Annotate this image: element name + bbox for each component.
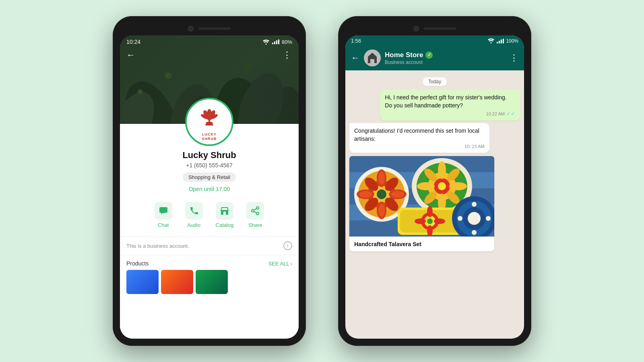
- chat-label: Chat: [158, 222, 169, 228]
- svg-rect-29: [371, 59, 374, 63]
- product-card-image: [349, 156, 494, 237]
- svg-point-58: [438, 161, 446, 179]
- catalog-icon: [216, 202, 233, 220]
- logo-inner: LUCKYSHRUB: [195, 103, 223, 141]
- profile-hero: 10:24: [120, 35, 299, 124]
- biz-account-text: This is a business account.: [126, 243, 189, 249]
- verified-icon: ✓: [425, 51, 433, 59]
- svg-point-80: [472, 230, 477, 235]
- svg-point-82: [486, 216, 491, 221]
- profile-nav: ← ⋮: [120, 50, 299, 60]
- svg-point-60: [417, 182, 435, 190]
- date-divider: Today: [349, 78, 520, 85]
- signal-icon-left: [272, 39, 279, 44]
- status-bar-left: 10:24: [120, 35, 299, 48]
- svg-line-25: [254, 208, 257, 210]
- svg-point-57: [438, 182, 446, 190]
- wifi-icon-left: [262, 39, 270, 45]
- svg-point-72: [427, 225, 433, 237]
- more-icon-left[interactable]: ⋮: [283, 50, 292, 60]
- signal-icon-right: [497, 39, 504, 43]
- svg-point-73: [415, 218, 426, 224]
- speaker-right: [424, 27, 456, 30]
- date-chip: Today: [423, 77, 447, 86]
- svg-point-27: [491, 42, 492, 43]
- contact-name-text: Home Store: [385, 51, 423, 59]
- biz-phone: +1 (650) 555-4567: [186, 162, 233, 169]
- store-svg: [220, 206, 229, 215]
- status-bar-right: 1:56 100%: [345, 35, 524, 46]
- phone-right: 1:56 100%: [338, 16, 531, 346]
- more-icon-right[interactable]: ⋮: [510, 53, 518, 63]
- product-thumb-3[interactable]: [196, 270, 228, 294]
- svg-point-61: [449, 182, 467, 190]
- home-store-avatar-svg: [364, 49, 381, 66]
- time-right: 1:56: [351, 38, 361, 44]
- share-svg: [251, 206, 260, 215]
- camera-left: [188, 26, 194, 31]
- biz-name: Lucky Shrub: [182, 150, 236, 160]
- product-card-label: Handcrafted Talavera Set: [349, 237, 494, 251]
- share-icon: [246, 202, 264, 220]
- battery-left: 80%: [282, 39, 292, 45]
- phone-top-bar-right: [345, 23, 524, 35]
- action-audio[interactable]: Audio: [185, 202, 203, 228]
- product-thumbnails: [120, 270, 299, 294]
- svg-point-78: [468, 212, 481, 225]
- msg-received-1: Congratulations! I'd recommend this set …: [349, 123, 489, 153]
- speaker-left: [198, 27, 231, 30]
- info-icon[interactable]: i: [283, 241, 292, 250]
- products-label: Products: [126, 260, 149, 267]
- screen-right: 1:56 100%: [345, 35, 524, 339]
- chat-avatar: [364, 49, 381, 66]
- products-row: Products SEE ALL ›: [120, 255, 299, 270]
- svg-line-26: [254, 211, 257, 213]
- profile-avatar-container: LUCKYSHRUB: [185, 98, 233, 146]
- svg-point-46: [359, 191, 372, 197]
- svg-point-9: [245, 64, 253, 72]
- status-icons-left: 80%: [262, 39, 292, 45]
- svg-point-22: [256, 207, 259, 209]
- svg-point-44: [378, 204, 385, 217]
- camera-right: [413, 26, 419, 31]
- chat-contact-name: Home Store ✓: [385, 51, 506, 59]
- msg-sent-text-1: Hi, I need the perfect gift for my siste…: [385, 94, 515, 109]
- phone-svg: [190, 206, 198, 215]
- svg-point-71: [427, 206, 433, 217]
- biz-hours: Open until 17:00: [189, 186, 230, 192]
- product-card[interactable]: Handcrafted Talavera Set: [349, 156, 494, 251]
- svg-point-40: [377, 189, 386, 199]
- action-chat[interactable]: Chat: [155, 202, 172, 228]
- chat-contact-info: Home Store ✓ Business account: [385, 51, 506, 65]
- msg-sent-ticks-1: ✓✓: [506, 111, 515, 117]
- msg-received-text-1: Congratulations! I'd recommend this set …: [354, 127, 485, 143]
- logo-svg: [195, 103, 223, 131]
- see-all-text: SEE ALL: [268, 261, 289, 267]
- back-icon-right[interactable]: ←: [351, 53, 360, 63]
- action-share[interactable]: Share: [246, 202, 264, 228]
- msg-received-meta-1: 10: 23 AM: [354, 144, 485, 149]
- audio-icon: [185, 202, 203, 220]
- action-catalog[interactable]: Catalog: [216, 202, 234, 228]
- scene: 10:24: [0, 0, 644, 362]
- svg-point-42: [378, 172, 385, 185]
- pottery-svg: [349, 156, 494, 237]
- share-label: Share: [248, 222, 262, 228]
- screen-left: 10:24: [120, 35, 299, 339]
- back-icon-left[interactable]: ←: [126, 50, 135, 60]
- msg-sent-meta-1: 10:22 AM ✓✓: [385, 111, 515, 117]
- product-thumb-2[interactable]: [161, 270, 193, 294]
- svg-rect-18: [205, 124, 213, 125]
- product-thumb-1[interactable]: [126, 270, 159, 294]
- status-icons-right: 100%: [487, 38, 518, 44]
- see-all-link[interactable]: SEE ALL ›: [268, 261, 292, 267]
- profile-avatar-ring: LUCKYSHRUB: [185, 98, 233, 146]
- svg-rect-21: [223, 212, 226, 215]
- chat-messages: Today Hi, I need the perfect gift for my…: [345, 70, 524, 339]
- svg-point-81: [458, 216, 462, 221]
- chat-icon: [155, 202, 172, 220]
- audio-label: Audio: [187, 222, 200, 228]
- chat-svg: [159, 207, 168, 215]
- chat-header: ← Home Store ✓ Bu: [345, 46, 524, 70]
- biz-category: Shopping & Retail: [183, 173, 236, 182]
